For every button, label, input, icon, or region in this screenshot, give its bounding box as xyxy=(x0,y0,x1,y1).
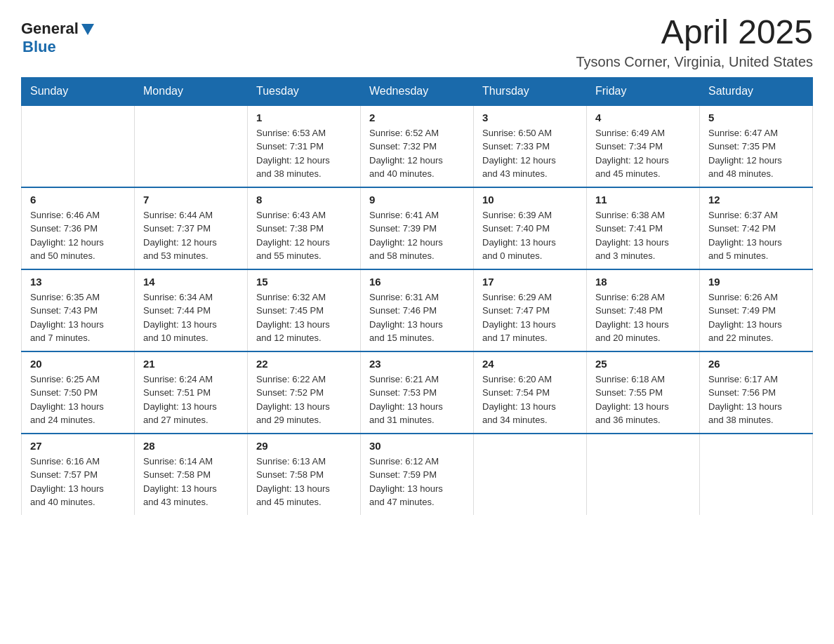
calendar-cell xyxy=(700,434,813,515)
day-info: Sunrise: 6:13 AMSunset: 7:58 PMDaylight:… xyxy=(256,455,352,509)
calendar-cell: 28Sunrise: 6:14 AMSunset: 7:58 PMDayligh… xyxy=(135,434,248,515)
page-subtitle: Tysons Corner, Virginia, United States xyxy=(576,54,813,70)
calendar-cell: 8Sunrise: 6:43 AMSunset: 7:38 PMDaylight… xyxy=(248,187,361,269)
page-title: April 2025 xyxy=(576,14,813,51)
calendar-cell: 6Sunrise: 6:46 AMSunset: 7:36 PMDaylight… xyxy=(22,187,135,269)
calendar-cell: 17Sunrise: 6:29 AMSunset: 7:47 PMDayligh… xyxy=(474,269,587,351)
calendar-cell: 2Sunrise: 6:52 AMSunset: 7:32 PMDaylight… xyxy=(361,105,474,187)
col-header-sunday: Sunday xyxy=(22,77,135,105)
day-info: Sunrise: 6:25 AMSunset: 7:50 PMDaylight:… xyxy=(30,373,126,427)
calendar-cell: 7Sunrise: 6:44 AMSunset: 7:37 PMDaylight… xyxy=(135,187,248,269)
day-info: Sunrise: 6:37 AMSunset: 7:42 PMDaylight:… xyxy=(708,208,804,263)
day-info: Sunrise: 6:22 AMSunset: 7:52 PMDaylight:… xyxy=(256,373,352,427)
day-info: Sunrise: 6:29 AMSunset: 7:47 PMDaylight:… xyxy=(482,290,578,345)
calendar-cell: 20Sunrise: 6:25 AMSunset: 7:50 PMDayligh… xyxy=(22,351,135,434)
col-header-thursday: Thursday xyxy=(474,77,587,105)
day-number: 5 xyxy=(708,112,804,123)
day-number: 14 xyxy=(143,276,239,288)
day-info: Sunrise: 6:50 AMSunset: 7:33 PMDaylight:… xyxy=(482,126,578,181)
day-number: 13 xyxy=(30,276,126,288)
calendar-cell: 19Sunrise: 6:26 AMSunset: 7:49 PMDayligh… xyxy=(700,269,813,351)
day-number: 30 xyxy=(369,440,465,452)
col-header-monday: Monday xyxy=(135,77,248,105)
day-number: 27 xyxy=(30,440,126,452)
calendar-cell: 25Sunrise: 6:18 AMSunset: 7:55 PMDayligh… xyxy=(587,351,700,434)
day-info: Sunrise: 6:53 AMSunset: 7:31 PMDaylight:… xyxy=(256,126,352,181)
day-info: Sunrise: 6:43 AMSunset: 7:38 PMDaylight:… xyxy=(256,208,352,263)
calendar-cell: 9Sunrise: 6:41 AMSunset: 7:39 PMDaylight… xyxy=(361,187,474,269)
day-number: 19 xyxy=(708,276,804,288)
calendar-week-row: 13Sunrise: 6:35 AMSunset: 7:43 PMDayligh… xyxy=(22,269,813,351)
day-info: Sunrise: 6:28 AMSunset: 7:48 PMDaylight:… xyxy=(595,290,691,345)
calendar-week-row: 27Sunrise: 6:16 AMSunset: 7:57 PMDayligh… xyxy=(22,434,813,515)
day-number: 18 xyxy=(595,276,691,288)
day-number: 17 xyxy=(482,276,578,288)
day-number: 25 xyxy=(595,358,691,370)
day-info: Sunrise: 6:26 AMSunset: 7:49 PMDaylight:… xyxy=(708,290,804,345)
day-info: Sunrise: 6:41 AMSunset: 7:39 PMDaylight:… xyxy=(369,208,465,263)
day-info: Sunrise: 6:18 AMSunset: 7:55 PMDaylight:… xyxy=(595,373,691,427)
day-number: 3 xyxy=(482,112,578,123)
day-number: 24 xyxy=(482,358,578,370)
day-number: 15 xyxy=(256,276,352,288)
logo-blue-text: Blue xyxy=(22,38,56,56)
day-number: 11 xyxy=(595,194,691,206)
day-number: 6 xyxy=(30,194,126,206)
col-header-friday: Friday xyxy=(587,77,700,105)
calendar-cell: 22Sunrise: 6:22 AMSunset: 7:52 PMDayligh… xyxy=(248,351,361,434)
day-number: 4 xyxy=(595,112,691,123)
calendar-cell xyxy=(587,434,700,515)
calendar-cell: 3Sunrise: 6:50 AMSunset: 7:33 PMDaylight… xyxy=(474,105,587,187)
col-header-saturday: Saturday xyxy=(700,77,813,105)
day-info: Sunrise: 6:49 AMSunset: 7:34 PMDaylight:… xyxy=(595,126,691,181)
day-number: 26 xyxy=(708,358,804,370)
day-info: Sunrise: 6:44 AMSunset: 7:37 PMDaylight:… xyxy=(143,208,239,263)
day-number: 7 xyxy=(143,194,239,206)
col-header-wednesday: Wednesday xyxy=(361,77,474,105)
calendar-cell: 26Sunrise: 6:17 AMSunset: 7:56 PMDayligh… xyxy=(700,351,813,434)
calendar-cell: 1Sunrise: 6:53 AMSunset: 7:31 PMDaylight… xyxy=(248,105,361,187)
day-info: Sunrise: 6:16 AMSunset: 7:57 PMDaylight:… xyxy=(30,455,126,509)
day-info: Sunrise: 6:39 AMSunset: 7:40 PMDaylight:… xyxy=(482,208,578,263)
calendar-week-row: 6Sunrise: 6:46 AMSunset: 7:36 PMDaylight… xyxy=(22,187,813,269)
day-info: Sunrise: 6:52 AMSunset: 7:32 PMDaylight:… xyxy=(369,126,465,181)
day-info: Sunrise: 6:34 AMSunset: 7:44 PMDaylight:… xyxy=(143,290,239,345)
calendar-cell: 4Sunrise: 6:49 AMSunset: 7:34 PMDaylight… xyxy=(587,105,700,187)
calendar-week-row: 20Sunrise: 6:25 AMSunset: 7:50 PMDayligh… xyxy=(22,351,813,434)
day-number: 10 xyxy=(482,194,578,206)
logo-general-text: General xyxy=(21,20,79,38)
calendar-cell: 24Sunrise: 6:20 AMSunset: 7:54 PMDayligh… xyxy=(474,351,587,434)
day-number: 29 xyxy=(256,440,352,452)
calendar-cell: 13Sunrise: 6:35 AMSunset: 7:43 PMDayligh… xyxy=(22,269,135,351)
day-info: Sunrise: 6:14 AMSunset: 7:58 PMDaylight:… xyxy=(143,455,239,509)
svg-marker-0 xyxy=(81,24,94,35)
day-number: 20 xyxy=(30,358,126,370)
day-info: Sunrise: 6:24 AMSunset: 7:51 PMDaylight:… xyxy=(143,373,239,427)
calendar-cell xyxy=(474,434,587,515)
day-number: 16 xyxy=(369,276,465,288)
day-info: Sunrise: 6:32 AMSunset: 7:45 PMDaylight:… xyxy=(256,290,352,345)
calendar-cell xyxy=(135,105,248,187)
day-info: Sunrise: 6:38 AMSunset: 7:41 PMDaylight:… xyxy=(595,208,691,263)
day-info: Sunrise: 6:12 AMSunset: 7:59 PMDaylight:… xyxy=(369,455,465,509)
title-block: April 2025 Tysons Corner, Virginia, Unit… xyxy=(576,14,813,70)
day-info: Sunrise: 6:21 AMSunset: 7:53 PMDaylight:… xyxy=(369,373,465,427)
calendar-cell: 10Sunrise: 6:39 AMSunset: 7:40 PMDayligh… xyxy=(474,187,587,269)
calendar-table: SundayMondayTuesdayWednesdayThursdayFrid… xyxy=(21,77,813,515)
calendar-cell: 23Sunrise: 6:21 AMSunset: 7:53 PMDayligh… xyxy=(361,351,474,434)
col-header-tuesday: Tuesday xyxy=(248,77,361,105)
day-info: Sunrise: 6:47 AMSunset: 7:35 PMDaylight:… xyxy=(708,126,804,181)
calendar-week-row: 1Sunrise: 6:53 AMSunset: 7:31 PMDaylight… xyxy=(22,105,813,187)
day-number: 8 xyxy=(256,194,352,206)
calendar-cell: 30Sunrise: 6:12 AMSunset: 7:59 PMDayligh… xyxy=(361,434,474,515)
calendar-cell: 11Sunrise: 6:38 AMSunset: 7:41 PMDayligh… xyxy=(587,187,700,269)
day-number: 22 xyxy=(256,358,352,370)
day-number: 12 xyxy=(708,194,804,206)
day-number: 9 xyxy=(369,194,465,206)
day-number: 23 xyxy=(369,358,465,370)
day-info: Sunrise: 6:31 AMSunset: 7:46 PMDaylight:… xyxy=(369,290,465,345)
day-number: 21 xyxy=(143,358,239,370)
calendar-cell: 21Sunrise: 6:24 AMSunset: 7:51 PMDayligh… xyxy=(135,351,248,434)
calendar-cell: 15Sunrise: 6:32 AMSunset: 7:45 PMDayligh… xyxy=(248,269,361,351)
logo-arrow-icon xyxy=(80,22,95,36)
